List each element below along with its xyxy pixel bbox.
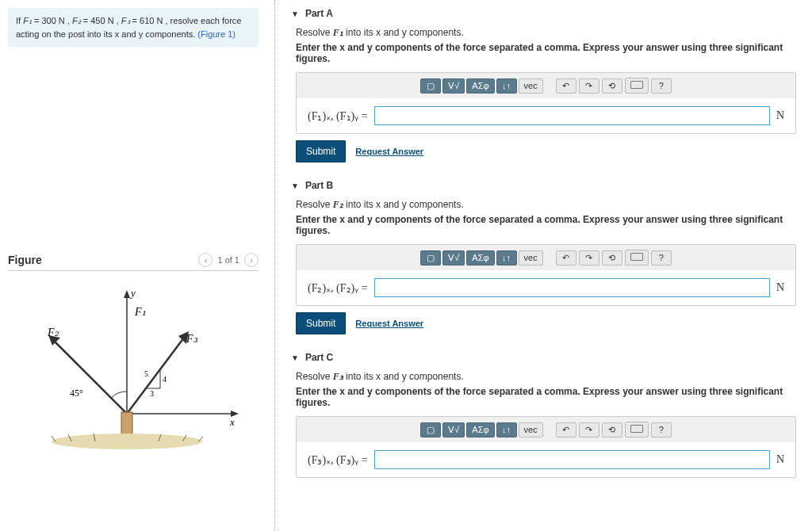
axis-y-label: y: [129, 287, 136, 299]
equation-toolbar: ▢ ᐯ√ ΑΣφ ↓↑ vec ↶ ↷ ⟲ ?: [297, 245, 795, 270]
reset-button[interactable]: ⟲: [602, 78, 622, 94]
vec-button[interactable]: vec: [519, 250, 543, 266]
sqrt-button[interactable]: ᐯ√: [442, 78, 465, 94]
figure-block: Figure ‹ 1 of 1 › y F₁ x: [8, 253, 259, 461]
greek-button[interactable]: ΑΣφ: [466, 78, 494, 94]
collapse-caret-icon: ▼: [291, 181, 299, 190]
variable-label: (F₁)ₓ, (F₁)ᵧ =: [308, 109, 368, 123]
part-a-header[interactable]: ▼ Part A: [291, 8, 796, 19]
format-instruction: Enter the x and y components of the forc…: [296, 214, 796, 236]
templates-button[interactable]: ▢: [420, 78, 441, 94]
left-column: If F₁ = 300 N , F₂ = 450 N , F₃ = 610 N …: [0, 0, 275, 531]
vec-button[interactable]: vec: [519, 78, 543, 94]
keyboard-button[interactable]: [625, 250, 649, 266]
part-title: Part B: [305, 180, 333, 191]
sym-f2: F₂: [72, 16, 81, 25]
answer-box: ▢ ᐯ√ ΑΣφ ↓↑ vec ↶ ↷ ⟲ ?: [296, 72, 796, 134]
svg-marker-1: [124, 290, 130, 298]
figure-header: Figure ‹ 1 of 1 ›: [8, 253, 259, 271]
unit-label: N: [776, 109, 784, 122]
redo-button[interactable]: ↷: [579, 422, 599, 437]
format-instruction: Enter the x and y components of the forc…: [296, 42, 796, 64]
unit-label: N: [776, 281, 784, 294]
help-button[interactable]: ?: [651, 422, 672, 437]
redo-button[interactable]: ↷: [579, 78, 599, 94]
figure-title: Figure: [8, 254, 42, 266]
variable-label: (F₂)ₓ, (F₂)ᵧ =: [308, 281, 368, 295]
angle-45: 45°: [70, 388, 83, 399]
part-c: ▼ Part C Resolve F₃ into its x and y com…: [291, 352, 796, 478]
part-a: ▼ Part A Resolve F₁ into its x and y com…: [291, 8, 796, 162]
subsup-button[interactable]: ↓↑: [496, 250, 517, 266]
tri-adj: 3: [150, 389, 154, 398]
submit-button[interactable]: Submit: [296, 140, 346, 162]
sym-f1: F₁: [23, 16, 32, 25]
prev-figure-button[interactable]: ‹: [198, 253, 213, 267]
answer-input[interactable]: [374, 106, 770, 125]
answer-box: ▢ ᐯ√ ΑΣφ ↓↑ vec ↶ ↷ ⟲ ?: [296, 416, 796, 478]
templates-button[interactable]: ▢: [420, 250, 441, 266]
subsup-button[interactable]: ↓↑: [496, 78, 517, 94]
figure-reference-link[interactable]: (Figure 1): [197, 29, 236, 39]
request-answer-link[interactable]: Request Answer: [355, 147, 423, 156]
vec-button[interactable]: vec: [519, 422, 543, 437]
sqrt-button[interactable]: ᐯ√: [442, 250, 465, 266]
sqrt-button[interactable]: ᐯ√: [442, 422, 465, 437]
val-f3: = 610 N: [130, 16, 166, 25]
instruction-line: Resolve F₂ into its x and y components.: [296, 199, 796, 211]
svg-point-10: [52, 434, 202, 449]
sym-f3: F₃: [121, 16, 130, 25]
unit-label: N: [776, 453, 784, 466]
help-button[interactable]: ?: [651, 250, 672, 266]
keyboard-button[interactable]: [625, 422, 649, 437]
equation-toolbar: ▢ ᐯ√ ΑΣφ ↓↑ vec ↶ ↷ ⟲ ?: [297, 73, 795, 98]
reset-button[interactable]: ⟲: [602, 422, 622, 437]
reset-button[interactable]: ⟲: [602, 250, 622, 266]
val-f2: = 450 N: [81, 16, 117, 25]
instruction-line: Resolve F₃ into its x and y components.: [296, 371, 796, 383]
keyboard-icon: [630, 81, 643, 89]
collapse-caret-icon: ▼: [291, 353, 299, 362]
subsup-button[interactable]: ↓↑: [496, 422, 517, 437]
part-title: Part A: [305, 8, 333, 19]
label-f3: F₃: [186, 333, 198, 345]
variable-label: (F₃)ₓ, (F₃)ᵧ =: [308, 453, 368, 467]
help-button[interactable]: ?: [651, 78, 672, 94]
undo-button[interactable]: ↶: [556, 250, 576, 266]
part-b-header[interactable]: ▼ Part B: [291, 180, 796, 191]
answer-input[interactable]: [374, 450, 770, 469]
label-f1: F₁: [134, 306, 146, 318]
right-column: ▼ Part A Resolve F₁ into its x and y com…: [275, 0, 812, 531]
greek-button[interactable]: ΑΣφ: [466, 422, 494, 437]
equation-toolbar: ▢ ᐯ√ ΑΣφ ↓↑ vec ↶ ↷ ⟲ ?: [297, 417, 795, 442]
answer-input[interactable]: [374, 278, 770, 297]
val-f1: = 300 N: [32, 16, 67, 25]
answer-box: ▢ ᐯ√ ΑΣφ ↓↑ vec ↶ ↷ ⟲ ?: [296, 244, 796, 306]
format-instruction: Enter the x and y components of the forc…: [296, 386, 796, 408]
figure-nav: ‹ 1 of 1 ›: [198, 253, 259, 267]
part-c-header[interactable]: ▼ Part C: [291, 352, 796, 363]
undo-button[interactable]: ↶: [556, 78, 576, 94]
tri-hyp: 5: [144, 369, 148, 378]
keyboard-icon: [630, 425, 643, 433]
next-figure-button[interactable]: ›: [244, 253, 259, 267]
svg-line-4: [54, 341, 127, 414]
submit-button[interactable]: Submit: [296, 312, 346, 334]
figure-diagram: y F₁ x F₂ F₃ 45° 5 4 3: [8, 279, 259, 461]
part-title: Part C: [305, 352, 333, 363]
axis-x-label: x: [229, 416, 235, 428]
request-answer-link[interactable]: Request Answer: [355, 319, 423, 328]
collapse-caret-icon: ▼: [291, 10, 299, 18]
svg-rect-9: [121, 412, 132, 436]
problem-statement: If F₁ = 300 N , F₂ = 450 N , F₃ = 610 N …: [8, 8, 259, 47]
templates-button[interactable]: ▢: [420, 422, 441, 437]
figure-counter: 1 of 1: [217, 255, 239, 265]
keyboard-button[interactable]: [625, 78, 649, 94]
undo-button[interactable]: ↶: [556, 422, 576, 437]
instruction-line: Resolve F₁ into its x and y components.: [296, 27, 796, 39]
greek-button[interactable]: ΑΣφ: [466, 250, 494, 266]
redo-button[interactable]: ↷: [579, 250, 599, 266]
text: If: [16, 16, 23, 25]
keyboard-icon: [630, 253, 643, 261]
part-b: ▼ Part B Resolve F₂ into its x and y com…: [291, 180, 796, 334]
